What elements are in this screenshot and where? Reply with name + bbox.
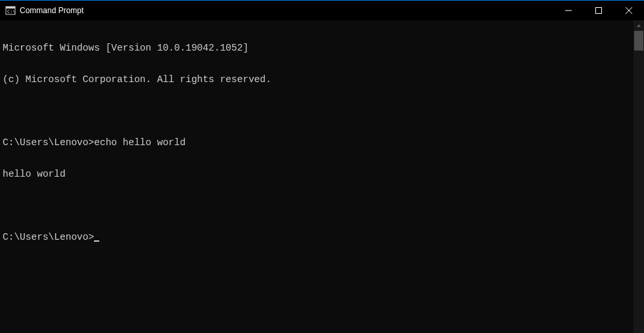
terminal-line: C:\Users\Lenovo>echo hello world	[3, 137, 631, 148]
svg-rect-4	[596, 8, 602, 14]
minimize-button[interactable]	[553, 1, 584, 20]
svg-marker-7	[637, 24, 641, 27]
command-text: echo hello world	[94, 137, 185, 148]
titlebar[interactable]: C:\ Command Prompt	[0, 1, 644, 20]
terminal-line	[3, 200, 631, 211]
current-prompt-line[interactable]: C:\Users\Lenovo>	[3, 232, 631, 242]
vertical-scrollbar[interactable]	[633, 20, 644, 333]
command-prompt-window: C:\ Command Prompt Microsoft Windows [Ve…	[0, 0, 644, 333]
terminal-content[interactable]: Microsoft Windows [Version 10.0.19042.10…	[0, 20, 633, 333]
terminal-line: Microsoft Windows [Version 10.0.19042.10…	[3, 43, 631, 53]
terminal-line: (c) Microsoft Corporation. All rights re…	[3, 74, 631, 85]
prompt-text: C:\Users\Lenovo>	[3, 137, 94, 148]
svg-rect-1	[6, 7, 15, 9]
terminal-output: hello world	[3, 169, 631, 179]
window-title: Command Prompt	[20, 6, 83, 15]
prompt-text: C:\Users\Lenovo>	[3, 232, 94, 242]
window-controls	[553, 1, 644, 20]
terminal-area[interactable]: Microsoft Windows [Version 10.0.19042.10…	[0, 20, 644, 333]
scrollbar-thumb[interactable]	[634, 31, 643, 51]
cmd-icon: C:\	[5, 5, 16, 16]
svg-text:C:\: C:\	[7, 9, 16, 14]
close-button[interactable]	[614, 1, 644, 20]
cursor	[94, 240, 99, 242]
terminal-line	[3, 106, 631, 116]
scroll-up-arrow-icon[interactable]	[633, 20, 644, 31]
maximize-button[interactable]	[584, 1, 614, 20]
